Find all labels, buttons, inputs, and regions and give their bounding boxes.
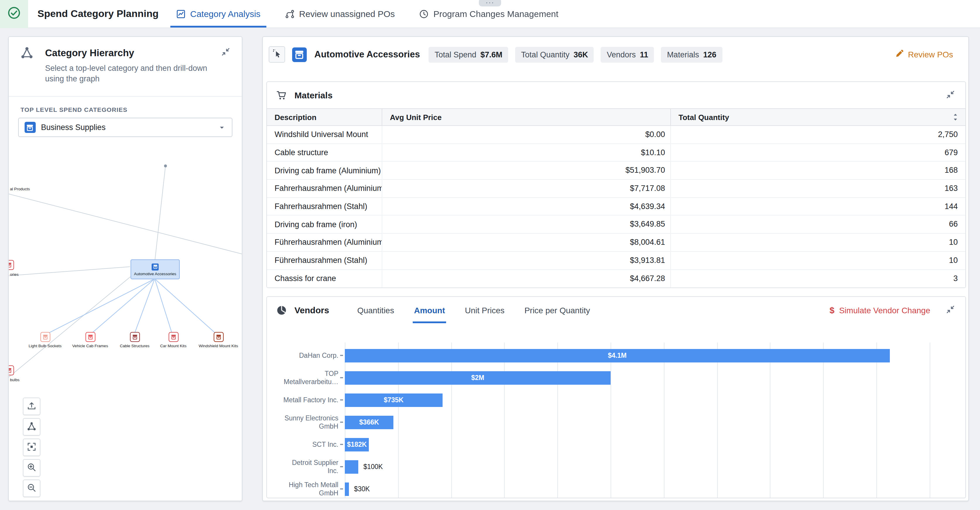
chart-bar-track: $182K [345, 438, 966, 451]
chart-bar-row[interactable]: TOPMetallverarbeitu…$2M [267, 367, 966, 389]
zoom-out-button[interactable] [23, 480, 40, 497]
table-row[interactable]: Führerhausrahmen (Aluminium)$8,004.6110 [267, 234, 966, 252]
tab-label: Category Analysis [190, 9, 261, 19]
stat-materials: Materials126 [661, 46, 722, 62]
category-box-icon [8, 365, 14, 375]
table-row[interactable]: Fahrerhausrahmen (Aluminium)$7,717.08163 [267, 180, 966, 198]
regroup-button[interactable] [23, 418, 40, 436]
graph-node-windshield-mount-kits[interactable]: Windshield Mount Kits [195, 332, 242, 348]
category-hierarchy-panel: Category Hierarchy Select a top-level ca… [8, 36, 242, 501]
chart-category-label-line: Metall Factory Inc. [267, 396, 338, 404]
collapse-vendors-button[interactable] [944, 304, 956, 316]
chart-bar[interactable]: $366K [345, 416, 393, 429]
cell-total-quantity: 10 [670, 252, 966, 269]
chart-value-label: $2M [471, 374, 484, 381]
review-pos-button[interactable]: Review POs [895, 49, 953, 60]
upload-button[interactable] [23, 398, 40, 415]
chart-bar[interactable]: $735K [345, 393, 442, 406]
column-description[interactable]: Description [267, 113, 382, 121]
main-content: Category Hierarchy Select a top-level ca… [0, 28, 980, 510]
tab-amount[interactable]: Amount [413, 297, 446, 323]
cursor-icon [272, 49, 282, 60]
table-row[interactable]: Driving cab frame (Aluminium)$51,903.701… [267, 162, 966, 180]
materials-table-body: Windshild Universal Mount$0.002,750Cable… [267, 126, 966, 287]
chart-bar[interactable]: $2M [345, 371, 611, 384]
app-logo[interactable] [0, 0, 28, 28]
category-select[interactable]: Business Supplies [18, 118, 232, 137]
fit-view-button[interactable] [23, 438, 40, 456]
table-row[interactable]: Windshild Universal Mount$0.002,750 [267, 126, 966, 144]
cell-total-quantity: 144 [670, 198, 966, 215]
graph-node-label: Car Mount Kits [160, 344, 186, 348]
cell-description: Führerhausrahmen (Aluminium) [267, 238, 382, 247]
tab-review-unassigned-pos[interactable]: Review unassigned POs [283, 0, 397, 27]
chart-bar-row[interactable]: Metall Factory Inc.$735K [267, 389, 966, 411]
select-value: Business Supplies [41, 123, 106, 132]
chart-bar-row[interactable]: Sunny ElectronicsGmbH$366K [267, 411, 966, 433]
chart-value-label: $735K [384, 397, 404, 403]
sort-icon[interactable] [951, 113, 959, 121]
column-label: Total Quantity [679, 113, 729, 121]
chart-category-label-line: Inc. [267, 467, 338, 475]
cell-total-quantity: 168 [670, 162, 966, 179]
zoom-in-button[interactable] [23, 459, 40, 477]
table-row[interactable]: Cable structure$10.10679 [267, 144, 966, 162]
simulate-vendor-change-button[interactable]: $ Simulate Vendor Change [830, 305, 930, 315]
column-total-quantity[interactable]: Total Quantity [670, 109, 966, 125]
graph-node-clipped[interactable]: al Products [10, 187, 30, 191]
tab-price-per-quantity[interactable]: Price per Quantity [523, 297, 591, 323]
table-row[interactable]: Fahrerhausrahmen (Stahl)$4,639.34144 [267, 198, 966, 216]
table-row[interactable]: Driving cab frame (iron)$3,649.8566 [267, 216, 966, 234]
column-avg-unit-price[interactable]: Avg Unit Price [382, 109, 670, 125]
cell-total-quantity: 679 [670, 144, 966, 161]
chart-value-label: $100K [363, 460, 383, 473]
chart-category-label: DaHan Corp. [267, 351, 338, 360]
stat-value: $7.6M [480, 50, 502, 59]
collapse-icon [221, 48, 230, 58]
cart-icon [276, 90, 287, 100]
graph-node-car-mount-kits[interactable]: Car Mount Kits [150, 332, 197, 348]
table-row[interactable]: Führerhausrahmen (Stahl)$3,913.8110 [267, 252, 966, 269]
axis-tick-icon [340, 466, 343, 467]
graph-node-light-bulb-sockets[interactable]: Light Bulb Sockets [22, 332, 68, 348]
chart-bar[interactable] [345, 482, 349, 496]
cell-avg-unit-price: $4,667.28 [382, 269, 670, 287]
chart-category-label-line: TOP [267, 370, 338, 378]
more-options-button[interactable]: ··· [479, 0, 501, 6]
table-row[interactable]: Chassis for crane$4,667.283 [267, 269, 966, 287]
graph-node-vehicle-cab-frames[interactable]: Vehicle Cab Frames [67, 332, 114, 348]
cell-description: Führerhausrahmen (Stahl) [267, 256, 382, 265]
select-tool-button[interactable] [269, 46, 285, 63]
cell-avg-unit-price: $7,717.08 [382, 180, 670, 197]
category-graph[interactable]: Automotive Accessories Light Bulb Socket… [9, 161, 242, 500]
chart-value-label: $4.1M [608, 352, 627, 359]
graph-node-clipped[interactable]: bulbs [10, 378, 20, 382]
cell-description: Cable structure [267, 148, 382, 157]
cell-description: Fahrerhausrahmen (Stahl) [267, 202, 382, 211]
graph-node-selected[interactable]: Automotive Accessories [130, 260, 180, 279]
tab-quantities[interactable]: Quantities [356, 297, 395, 323]
chart-bar[interactable]: $182K [345, 438, 369, 451]
top-level-categories-label: TOP LEVEL SPEND CATEGORIES [21, 106, 230, 113]
chart-bar-row[interactable]: DaHan Corp.$4.1M [267, 344, 966, 367]
chart-bar[interactable]: $4.1M [345, 349, 889, 362]
hierarchy-header: Category Hierarchy [9, 37, 242, 59]
collapse-materials-button[interactable] [944, 89, 956, 101]
category-box-icon [40, 332, 50, 342]
chart-bar-row[interactable]: Detroit SupplierInc.$100K [267, 456, 966, 478]
materials-card: Materials Description Avg Unit Price Tot… [266, 81, 966, 288]
graph-node-clipped[interactable]: ories [10, 272, 18, 276]
tab-category-analysis[interactable]: Category Analysis [174, 0, 263, 27]
chart-bar-row[interactable]: SCT Inc.$182K [267, 433, 966, 456]
tab-label: Review unassigned POs [299, 9, 395, 19]
cell-avg-unit-price: $10.10 [382, 144, 670, 161]
tab-unit-prices[interactable]: Unit Prices [464, 297, 506, 323]
category-box-icon [152, 263, 159, 270]
stat-value: 126 [703, 50, 716, 59]
category-box-icon [25, 122, 36, 133]
graph-node-label: Vehicle Cab Frames [72, 344, 108, 348]
collapse-hierarchy-button[interactable] [220, 47, 231, 59]
chart-bar[interactable] [345, 460, 358, 473]
chart-bar-row[interactable]: High Tech MetallGmbH$30K [267, 478, 966, 498]
detail-header: Automotive Accessories Total Spend$7.6MT… [263, 37, 968, 65]
